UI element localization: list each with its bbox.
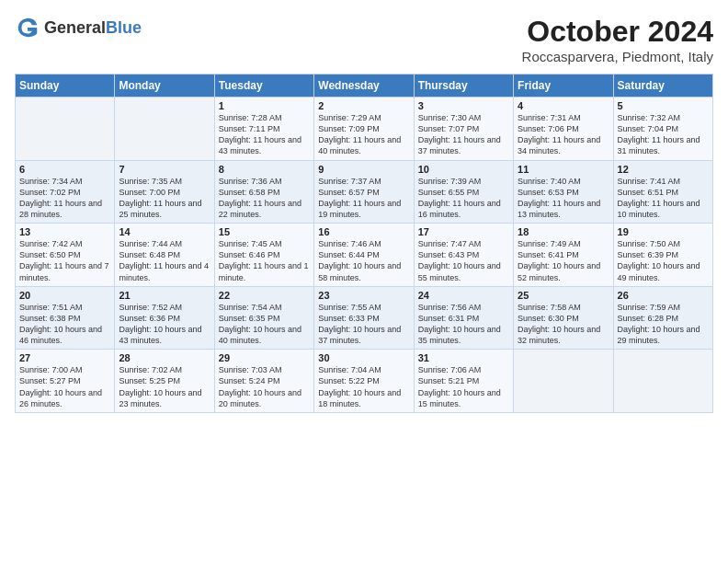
table-row: 5Sunrise: 7:32 AM Sunset: 7:04 PM Daylig… (613, 98, 712, 161)
table-row: 26Sunrise: 7:59 AM Sunset: 6:28 PM Dayli… (613, 286, 712, 350)
table-row: 17Sunrise: 7:47 AM Sunset: 6:43 PM Dayli… (414, 224, 513, 287)
day-info: Sunrise: 7:34 AM Sunset: 7:02 PM Dayligh… (19, 176, 110, 221)
table-row: 10Sunrise: 7:39 AM Sunset: 6:55 PM Dayli… (414, 160, 513, 224)
table-row: 18Sunrise: 7:49 AM Sunset: 6:41 PM Dayli… (514, 224, 613, 287)
day-number: 29 (219, 352, 310, 363)
day-number: 12 (618, 164, 709, 175)
day-number: 9 (318, 164, 409, 175)
day-info: Sunrise: 7:06 AM Sunset: 5:21 PM Dayligh… (418, 364, 509, 409)
day-number: 21 (119, 290, 210, 301)
day-info: Sunrise: 7:04 AM Sunset: 5:22 PM Dayligh… (318, 364, 409, 409)
title-block: October 2024 Roccasparvera, Piedmont, It… (522, 15, 713, 64)
header-friday: Friday (514, 75, 613, 98)
day-info: Sunrise: 7:30 AM Sunset: 7:07 PM Dayligh… (418, 112, 509, 157)
day-number: 25 (518, 290, 609, 301)
table-row: 29Sunrise: 7:03 AM Sunset: 5:24 PM Dayli… (214, 350, 313, 413)
day-number: 19 (618, 226, 709, 237)
table-row: 14Sunrise: 7:44 AM Sunset: 6:48 PM Dayli… (115, 224, 214, 287)
day-number: 6 (19, 164, 110, 175)
logo-text: GeneralBlue (44, 18, 142, 38)
table-row: 1Sunrise: 7:28 AM Sunset: 7:11 PM Daylig… (214, 98, 313, 161)
table-row (613, 350, 712, 413)
table-row: 22Sunrise: 7:54 AM Sunset: 6:35 PM Dayli… (214, 286, 313, 350)
day-info: Sunrise: 7:02 AM Sunset: 5:25 PM Dayligh… (119, 364, 210, 409)
day-info: Sunrise: 7:36 AM Sunset: 6:58 PM Dayligh… (219, 176, 310, 221)
day-info: Sunrise: 7:35 AM Sunset: 7:00 PM Dayligh… (119, 176, 210, 221)
table-row (514, 350, 613, 413)
day-info: Sunrise: 7:29 AM Sunset: 7:09 PM Dayligh… (318, 112, 409, 157)
day-number: 31 (418, 352, 509, 363)
day-number: 7 (119, 164, 210, 175)
month-title: October 2024 (522, 15, 713, 49)
table-row: 30Sunrise: 7:04 AM Sunset: 5:22 PM Dayli… (314, 350, 414, 413)
day-info: Sunrise: 7:32 AM Sunset: 7:04 PM Dayligh… (618, 112, 709, 157)
table-row (16, 98, 115, 161)
table-row: 16Sunrise: 7:46 AM Sunset: 6:44 PM Dayli… (314, 224, 414, 287)
table-row: 21Sunrise: 7:52 AM Sunset: 6:36 PM Dayli… (115, 286, 214, 350)
day-info: Sunrise: 7:28 AM Sunset: 7:11 PM Dayligh… (219, 112, 310, 157)
table-row: 15Sunrise: 7:45 AM Sunset: 6:46 PM Dayli… (214, 224, 313, 287)
header-monday: Monday (115, 75, 214, 98)
day-info: Sunrise: 7:58 AM Sunset: 6:30 PM Dayligh… (518, 302, 609, 347)
day-number: 2 (318, 100, 409, 111)
day-number: 10 (418, 164, 509, 175)
calendar-week-row: 20Sunrise: 7:51 AM Sunset: 6:38 PM Dayli… (16, 286, 713, 350)
day-info: Sunrise: 7:03 AM Sunset: 5:24 PM Dayligh… (219, 364, 310, 409)
day-number: 15 (219, 226, 310, 237)
calendar-week-row: 13Sunrise: 7:42 AM Sunset: 6:50 PM Dayli… (16, 224, 713, 287)
table-row: 24Sunrise: 7:56 AM Sunset: 6:31 PM Dayli… (414, 286, 513, 350)
day-number: 28 (119, 352, 210, 363)
day-number: 23 (318, 290, 409, 301)
table-row: 3Sunrise: 7:30 AM Sunset: 7:07 PM Daylig… (414, 98, 513, 161)
day-info: Sunrise: 7:51 AM Sunset: 6:38 PM Dayligh… (19, 302, 110, 347)
day-info: Sunrise: 7:31 AM Sunset: 7:06 PM Dayligh… (518, 112, 609, 157)
day-info: Sunrise: 7:40 AM Sunset: 6:53 PM Dayligh… (518, 176, 609, 221)
day-number: 16 (318, 226, 409, 237)
logo-icon (15, 15, 40, 40)
day-info: Sunrise: 7:46 AM Sunset: 6:44 PM Dayligh… (318, 238, 409, 283)
table-row: 11Sunrise: 7:40 AM Sunset: 6:53 PM Dayli… (514, 160, 613, 224)
day-number: 4 (518, 100, 609, 111)
day-info: Sunrise: 7:55 AM Sunset: 6:33 PM Dayligh… (318, 302, 409, 347)
day-info: Sunrise: 7:41 AM Sunset: 6:51 PM Dayligh… (618, 176, 709, 221)
day-number: 26 (618, 290, 709, 301)
table-row: 23Sunrise: 7:55 AM Sunset: 6:33 PM Dayli… (314, 286, 414, 350)
location-title: Roccasparvera, Piedmont, Italy (522, 49, 713, 64)
header-sunday: Sunday (16, 75, 115, 98)
day-number: 22 (219, 290, 310, 301)
day-number: 1 (219, 100, 310, 111)
header-tuesday: Tuesday (214, 75, 313, 98)
day-info: Sunrise: 7:54 AM Sunset: 6:35 PM Dayligh… (219, 302, 310, 347)
table-row: 9Sunrise: 7:37 AM Sunset: 6:57 PM Daylig… (314, 160, 414, 224)
table-row: 27Sunrise: 7:00 AM Sunset: 5:27 PM Dayli… (16, 350, 115, 413)
day-info: Sunrise: 7:50 AM Sunset: 6:39 PM Dayligh… (618, 238, 709, 283)
day-number: 3 (418, 100, 509, 111)
table-row: 19Sunrise: 7:50 AM Sunset: 6:39 PM Dayli… (613, 224, 712, 287)
day-info: Sunrise: 7:47 AM Sunset: 6:43 PM Dayligh… (418, 238, 509, 283)
logo-general: General (44, 18, 106, 37)
day-number: 24 (418, 290, 509, 301)
day-number: 17 (418, 226, 509, 237)
table-row: 25Sunrise: 7:58 AM Sunset: 6:30 PM Dayli… (514, 286, 613, 350)
table-row: 13Sunrise: 7:42 AM Sunset: 6:50 PM Dayli… (16, 224, 115, 287)
page-header: GeneralBlue October 2024 Roccasparvera, … (15, 15, 713, 64)
day-number: 30 (318, 352, 409, 363)
header-wednesday: Wednesday (314, 75, 414, 98)
calendar-header-row: Sunday Monday Tuesday Wednesday Thursday… (16, 75, 713, 98)
day-number: 20 (19, 290, 110, 301)
day-number: 18 (518, 226, 609, 237)
header-thursday: Thursday (414, 75, 513, 98)
day-number: 14 (119, 226, 210, 237)
day-number: 13 (19, 226, 110, 237)
table-row: 20Sunrise: 7:51 AM Sunset: 6:38 PM Dayli… (16, 286, 115, 350)
day-number: 11 (518, 164, 609, 175)
table-row: 31Sunrise: 7:06 AM Sunset: 5:21 PM Dayli… (414, 350, 513, 413)
day-info: Sunrise: 7:59 AM Sunset: 6:28 PM Dayligh… (618, 302, 709, 347)
logo: GeneralBlue (15, 15, 142, 40)
day-info: Sunrise: 7:45 AM Sunset: 6:46 PM Dayligh… (219, 238, 310, 283)
table-row (115, 98, 214, 161)
table-row: 12Sunrise: 7:41 AM Sunset: 6:51 PM Dayli… (613, 160, 712, 224)
day-info: Sunrise: 7:44 AM Sunset: 6:48 PM Dayligh… (119, 238, 210, 283)
table-row: 7Sunrise: 7:35 AM Sunset: 7:00 PM Daylig… (115, 160, 214, 224)
table-row: 28Sunrise: 7:02 AM Sunset: 5:25 PM Dayli… (115, 350, 214, 413)
